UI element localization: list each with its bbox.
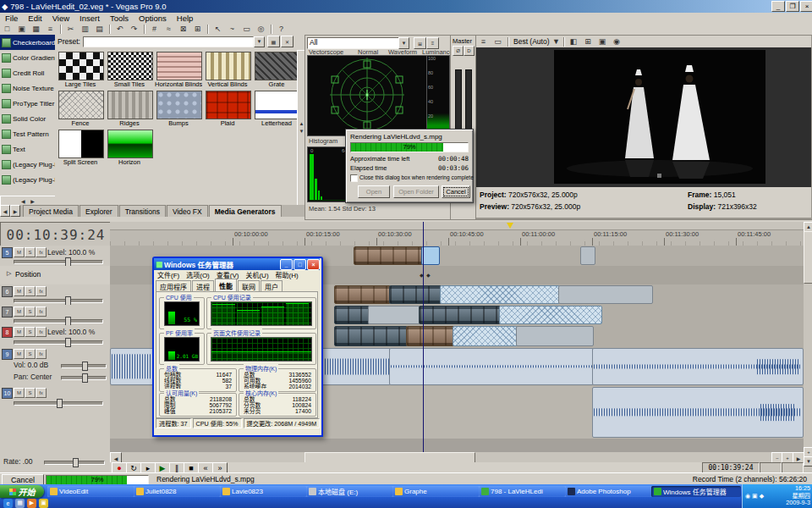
scroll-down-icon[interactable]: ▼ xyxy=(804,456,812,467)
track-fx-button[interactable]: fx xyxy=(36,327,47,337)
vertical-scrollbar[interactable]: ▲ ▼ xyxy=(297,50,304,205)
rate-slider[interactable] xyxy=(44,461,105,465)
track-volume-slider[interactable] xyxy=(61,364,107,368)
preset-thumb-plaid[interactable] xyxy=(206,91,251,119)
taskbar-item-vegas[interactable]: 798 - LaVieHLedi xyxy=(479,486,566,497)
menu-edit[interactable]: Edit xyxy=(23,14,47,23)
scroll-thumb[interactable] xyxy=(804,231,812,284)
dock-scroll-left-icon[interactable]: ◀ xyxy=(0,205,10,217)
delete-preset-icon[interactable]: ✕ xyxy=(281,36,294,47)
track-level-slider[interactable] xyxy=(14,319,103,323)
generator-item[interactable]: Noise Texture xyxy=(0,80,55,96)
normal-edit-tool-icon[interactable]: ↖ xyxy=(211,24,225,35)
preset-combobox[interactable] xyxy=(83,36,254,47)
timeline-event[interactable] xyxy=(334,326,408,346)
timeline-event[interactable] xyxy=(580,246,595,265)
tm-menu-options[interactable]: 选项(O) xyxy=(183,270,213,279)
preset-thumb-small-tiles[interactable] xyxy=(107,52,153,80)
save-snapshot-icon[interactable]: ◉ xyxy=(610,36,624,47)
taskbar-item-juliet0828[interactable]: Juliet0828 xyxy=(134,486,221,497)
track-header-audio-9[interactable]: 9 M S fx Vol: 0.0 dB Pan: Center xyxy=(0,347,110,387)
preset-thumb-bumps[interactable] xyxy=(156,91,202,119)
expander-icon[interactable]: ▷ xyxy=(7,270,11,277)
ignore-event-grouping-icon[interactable]: ⊞ xyxy=(190,24,205,35)
zoom-edit-tool-icon[interactable]: ◎ xyxy=(254,24,268,35)
timeline-event[interactable] xyxy=(406,326,454,346)
generator-item[interactable]: Test Pattern xyxy=(0,126,55,141)
horizontal-scrollbar[interactable]: ◀ ▶ xyxy=(0,196,56,205)
undo-icon[interactable]: ↶ xyxy=(112,24,127,35)
generator-item[interactable]: Credit Roll xyxy=(0,65,55,80)
track-solo-button[interactable]: S xyxy=(25,306,36,317)
track-fx-button[interactable]: fx xyxy=(36,349,47,359)
timeline-event[interactable] xyxy=(354,246,423,265)
scope-mode-combobox[interactable]: All xyxy=(307,37,402,49)
preset-thumb-horizon[interactable] xyxy=(107,130,153,158)
tm-menu-file[interactable]: 文件(F) xyxy=(154,270,183,279)
auto-ripple-icon[interactable]: ≈ xyxy=(162,24,176,35)
timeline-event[interactable] xyxy=(499,306,602,324)
track-level-slider[interactable] xyxy=(14,340,103,345)
tray-volume-icon[interactable]: ◉ xyxy=(745,493,750,500)
tm-tab-processes[interactable]: 进程 xyxy=(192,280,214,291)
open-button[interactable]: Open xyxy=(358,185,390,198)
timeline-playhead[interactable] xyxy=(423,222,424,452)
new-project-icon[interactable]: □ xyxy=(0,24,14,35)
track-fx-button[interactable]: fx xyxy=(36,286,47,296)
taskbar-item-videoedit[interactable]: VideoEdit xyxy=(47,486,134,497)
track-mute-button[interactable]: M xyxy=(14,306,25,317)
timeline-event[interactable] xyxy=(389,285,442,304)
save-project-icon[interactable]: ▦ xyxy=(29,24,43,35)
copy-frame-icon[interactable]: ▣ xyxy=(595,36,610,47)
track-pan-slider[interactable] xyxy=(61,376,107,380)
track-mute-button[interactable]: M xyxy=(14,388,25,398)
preset-thumb-letterhead[interactable] xyxy=(255,91,300,119)
enable-snapping-icon[interactable]: # xyxy=(147,24,162,35)
combo-arrow-icon[interactable]: ▼ xyxy=(398,37,409,49)
track-mute-button[interactable]: M xyxy=(14,286,25,296)
menu-help[interactable]: Help xyxy=(172,14,199,23)
track-header-video-5[interactable]: 5 M S fx Level: 100.0 % xyxy=(0,246,110,267)
combo-arrow-icon[interactable]: ▼ xyxy=(552,36,561,47)
selection-edit-tool-icon[interactable]: ▭ xyxy=(239,24,254,35)
taskbar-item-local-disk-e[interactable]: 本地磁盘 (E:) xyxy=(306,486,393,497)
master-mute-icon[interactable]: Ø xyxy=(453,46,464,56)
minimize-button[interactable]: _ xyxy=(280,259,293,270)
track-solo-button[interactable]: S xyxy=(25,388,36,398)
preset-thumb-vertical-blinds[interactable] xyxy=(206,52,251,80)
close-when-done-checkbox[interactable] xyxy=(350,174,358,182)
preset-thumb-split-screen[interactable] xyxy=(58,130,104,158)
track-solo-button[interactable]: S xyxy=(25,247,36,257)
folder-shortcut-icon[interactable]: ▣ xyxy=(39,499,48,508)
close-button[interactable]: × xyxy=(800,1,812,12)
cancel-render-button[interactable]: Cancel xyxy=(442,185,470,198)
paste-icon[interactable]: ▤ xyxy=(92,24,107,35)
tm-menu-help[interactable]: 帮助(H) xyxy=(272,270,302,279)
generator-item[interactable]: ProType Titler xyxy=(0,96,55,111)
tm-tab-networking[interactable]: 联网 xyxy=(238,280,260,291)
external-monitor-icon[interactable]: ▭ xyxy=(491,36,505,47)
tm-menu-shutdown[interactable]: 关机(U) xyxy=(242,270,272,279)
tab-project-media[interactable]: Project Media xyxy=(23,205,79,217)
task-manager-title-bar[interactable]: ▦ Windows 任务管理器 _ □ × xyxy=(154,258,320,270)
project-video-properties-icon[interactable]: ≡ xyxy=(476,36,491,47)
track-mute-button[interactable]: M xyxy=(14,349,25,359)
track-level-slider[interactable] xyxy=(14,260,103,264)
taskbar-item-graphe[interactable]: Graphe xyxy=(392,486,480,497)
envelope-edit-tool-icon[interactable]: ~ xyxy=(225,24,239,35)
tab-explorer[interactable]: Explorer xyxy=(80,205,118,217)
timeline-event[interactable] xyxy=(368,306,420,324)
maximize-button[interactable]: □ xyxy=(294,259,306,270)
open-folder-button[interactable]: Open Folder xyxy=(393,185,439,198)
track-mute-button[interactable]: M xyxy=(14,327,25,337)
tm-tab-users[interactable]: 用户 xyxy=(261,280,283,291)
redo-icon[interactable]: ↷ xyxy=(127,24,141,35)
start-button[interactable]: 开始 xyxy=(0,485,44,498)
track-solo-button[interactable]: S xyxy=(25,327,36,337)
track-header-position-envelope[interactable]: ▷ Position xyxy=(0,266,110,285)
timeline-marker[interactable] xyxy=(507,223,513,232)
scope-layout-icon[interactable]: ⊞ xyxy=(414,37,426,49)
show-desktop-icon[interactable]: ▦ xyxy=(15,499,25,508)
taskbar-item-task-manager[interactable]: Windows 任务管理器 xyxy=(651,486,741,497)
track-fx-button[interactable]: fx xyxy=(36,388,47,398)
